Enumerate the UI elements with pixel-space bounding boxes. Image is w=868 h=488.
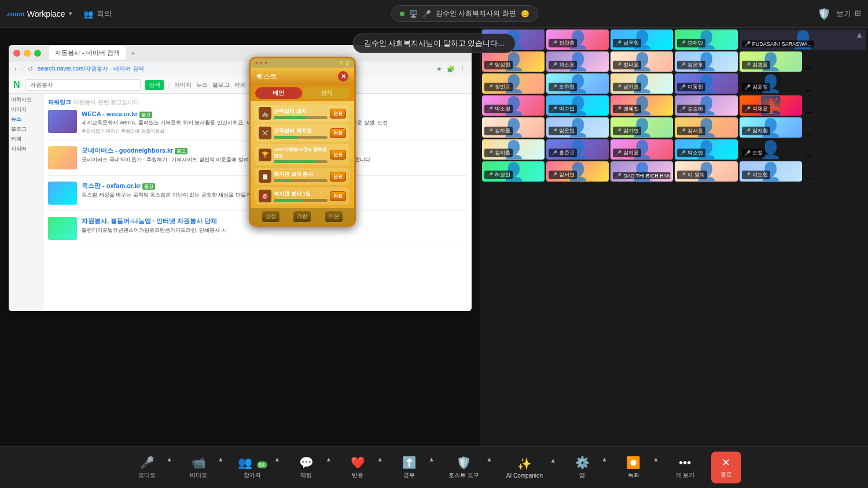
tab-news[interactable]: 뉴스 — [196, 81, 208, 89]
quest-complete-btn-1[interactable]: 완료 — [330, 109, 346, 119]
game-bag-btn[interactable]: 가방 — [293, 211, 311, 222]
participant-name: 김지윤 — [623, 149, 639, 157]
view-controls[interactable]: 보기 ⊞ — [836, 9, 861, 19]
name-badge: 🎤이동현 — [677, 83, 705, 91]
quest-complete-btn-5[interactable]: 완료 — [330, 191, 346, 201]
view-label[interactable]: 보기 — [836, 9, 851, 19]
game-popup-close-btn[interactable]: ✕ — [338, 71, 348, 82]
participant-name: 이 명숙 — [687, 171, 705, 179]
back-icon[interactable]: ‹ — [14, 65, 17, 72]
browser-tab-title: 자동봉사 - 네이버 검색 — [55, 49, 120, 56]
toolbar-group-host: 🛡️ 호스트 도구 ▲ — [440, 451, 498, 484]
quest-name-5: 복지관 봉사 1일 — [274, 190, 328, 198]
hearts-icon: ♥ ♥ ♥ — [255, 60, 267, 66]
browser-minimize-btn[interactable] — [24, 50, 31, 57]
tab-cafe[interactable]: 카페 — [234, 81, 246, 89]
end-meeting-btn[interactable]: ✕ 종료 — [711, 452, 741, 483]
share-arrow[interactable]: ▲ — [427, 454, 436, 464]
quest-bar-fill-4 — [274, 179, 290, 182]
participants-count: 54 — [257, 461, 267, 468]
participant-cell: 👤 🎤이도현 — [740, 161, 802, 182]
address-url[interactable]: search.naver.com/자원봉사 - 네이버 검색 — [38, 65, 144, 73]
quest-complete-btn-4[interactable]: 완료 — [330, 172, 346, 182]
chevron-down-icon[interactable]: ▾ — [69, 10, 72, 17]
end-icon: ✕ — [722, 456, 730, 469]
ai-companion-btn[interactable]: ✨ AI Companion — [503, 452, 546, 483]
participant-cell — [804, 51, 866, 72]
name-badge: 🎤오주현 — [549, 83, 577, 91]
ai-arrow[interactable]: ▲ — [549, 456, 557, 465]
video-arrow[interactable]: ▲ — [216, 454, 225, 464]
share-btn[interactable]: ⬆️ 공유 — [393, 451, 425, 484]
mic-off-icon: 🎤 — [679, 40, 686, 46]
meeting-label: 회의 — [97, 9, 112, 19]
name-badge: 🎤권혜진 — [613, 105, 641, 113]
mic-off-icon: 🎤 — [487, 106, 493, 112]
participants-arrow[interactable]: ▲ — [273, 454, 282, 464]
participant-name: 김광윤 — [752, 61, 768, 69]
title-4[interactable]: 자원봉사, 붙들어-나눔앱 · 인터넷 자원봉사 단체 — [82, 217, 227, 225]
mic-off-icon: 🎤 — [744, 172, 751, 178]
name-badge: 🎤김가연 — [613, 127, 641, 135]
game-tab-main[interactable]: 메인 — [255, 87, 302, 99]
scroll-up-btn[interactable]: ▲ — [855, 30, 863, 39]
browser-tab[interactable]: 자동봉사 - 네이버 검색 — [49, 46, 126, 60]
audio-icon: 🎤 — [140, 456, 155, 469]
apps-label: 앱 — [579, 471, 585, 479]
browser-close-btn[interactable] — [13, 50, 20, 57]
quest-complete-btn-2[interactable]: 완료 — [330, 128, 346, 138]
search-submit-btn[interactable]: 검색 — [145, 80, 164, 90]
reaction-btn[interactable]: ❤️ 반응 — [342, 451, 373, 484]
name-badge: 🎤박소연 — [677, 149, 705, 157]
toolbar-divider: | — [168, 82, 170, 88]
name-badge — [806, 112, 811, 113]
game-mission-btn[interactable]: 미션 — [325, 211, 343, 222]
audio-btn[interactable]: 🎤 오디오 — [131, 451, 163, 484]
audio-arrow[interactable]: ▲ — [165, 454, 174, 464]
tab-blog[interactable]: 블로그 — [212, 81, 230, 89]
extension-icon[interactable]: 🧩 — [447, 65, 455, 73]
settings-icon[interactable]: ⋮ — [459, 65, 466, 73]
participant-cell: 🌉 🎤박채윤 — [740, 95, 802, 116]
search-bar[interactable]: 자원봉사 — [25, 79, 141, 91]
mic-off-icon: 🎤 — [744, 62, 751, 68]
toolbar-group-apps: ⚙️ 앱 ▲ — [562, 451, 613, 484]
participants-btn[interactable]: 👥 54 참가자 — [234, 451, 271, 484]
chat-btn[interactable]: 💬 채팅 — [290, 451, 322, 484]
video-btn[interactable]: 📹 비디오 — [183, 451, 214, 484]
game-popup-title: 퀘스트 — [256, 72, 277, 82]
grid-view-icon[interactable]: ⊞ — [855, 9, 861, 19]
host-arrow[interactable]: ▲ — [485, 454, 494, 464]
record-btn[interactable]: ⏺️ 녹화 — [618, 451, 649, 484]
game-popup: ♥ ♥ ♥ ⚙ ||| 퀘스트 ✕ 메인 전직 🏰 근력빌리 설치 — [249, 57, 356, 227]
forward-icon[interactable]: › — [21, 65, 24, 72]
refresh-icon[interactable]: ↺ — [28, 65, 33, 73]
reaction-arrow[interactable]: ▲ — [376, 454, 384, 464]
browser-maximize-btn[interactable] — [34, 50, 41, 57]
mic-off-icon: 🎤 — [487, 62, 493, 68]
quest-icon-5: 🎯 — [259, 190, 271, 202]
bookmark-icon[interactable]: ★ — [436, 65, 442, 73]
record-arrow[interactable]: ▲ — [652, 454, 660, 464]
more-btn[interactable]: ••• 더 보기 — [670, 452, 701, 484]
topbar-center: 🖥️ 🎤 김수인 사회복지사의 화면 😊 — [112, 5, 818, 22]
host-tools-btn[interactable]: 🛡️ 호스트 도구 — [445, 451, 483, 484]
quest-bar-fill-3 — [274, 160, 317, 163]
apps-btn[interactable]: ⚙️ 앱 — [567, 451, 598, 484]
browser-addressbar: ‹ › ↺ search.naver.com/자원봉사 - 네이버 검색 ★ 🧩… — [9, 61, 472, 76]
video-label: 비디오 — [190, 471, 207, 479]
participant-name: 오주현 — [559, 83, 575, 91]
mic-off-icon: 🎤 — [679, 106, 686, 112]
mic-off-icon: 🎤 — [679, 150, 686, 156]
apps-arrow[interactable]: ▲ — [600, 454, 609, 464]
mic-off-icon: 🎤 — [679, 84, 686, 90]
share-icon: ⬆️ — [402, 456, 417, 469]
new-tab-btn[interactable]: + — [131, 50, 135, 57]
game-shop-btn[interactable]: 상점 — [262, 211, 279, 222]
game-tab-guild[interactable]: 전직 — [303, 87, 350, 99]
tab-images[interactable]: 이미지 — [174, 81, 192, 89]
quest-complete-btn-3[interactable]: 완료 — [330, 150, 346, 160]
chat-arrow[interactable]: ▲ — [324, 454, 333, 464]
participant-name: 김은우 — [687, 61, 703, 69]
name-badge: 🎤정나윤 — [613, 61, 641, 69]
